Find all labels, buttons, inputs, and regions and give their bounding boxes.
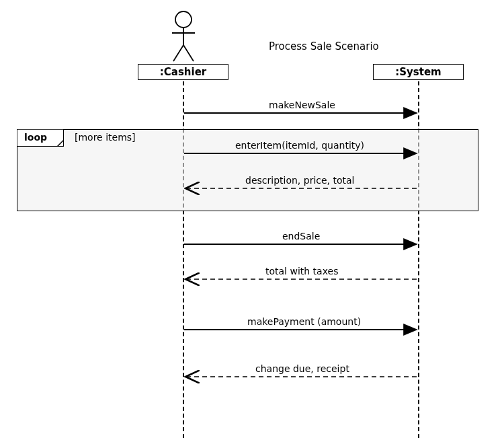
msg-makepayment: makePayment (amount) [247,316,361,327]
sequence-diagram: Process Sale Scenario :Cashier :System l… [0,0,504,444]
arrows-layer [0,0,504,444]
msg-totaltaxes: total with taxes [265,266,338,276]
msg-changedue: change due, receipt [255,363,349,374]
msg-description: description, price, total [245,175,355,186]
msg-makenewsale: makeNewSale [269,100,335,110]
msg-endsale: endSale [282,231,320,242]
msg-enteritem: enterItem(itemId, quantity) [235,140,364,151]
